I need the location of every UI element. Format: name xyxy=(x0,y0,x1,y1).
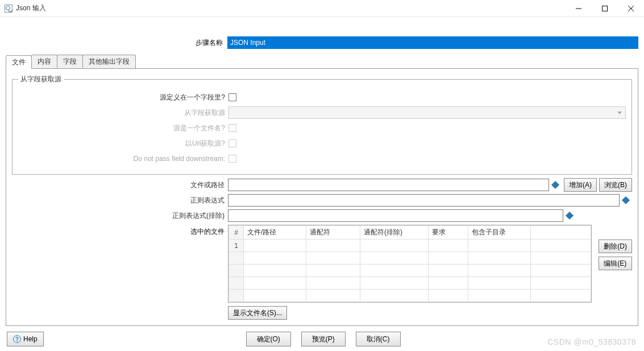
step-name-row: 步骤名称 xyxy=(6,36,638,49)
step-name-label: 步骤名称 xyxy=(6,38,227,48)
col-wildcard-exclude: 通配符(排除) xyxy=(360,226,429,239)
checkbox-source-in-field[interactable] xyxy=(228,93,236,101)
label-get-from-field: 从字段获取源 xyxy=(18,108,228,118)
show-filenames-button[interactable]: 显示文件名(S)... xyxy=(228,306,287,320)
table-row[interactable] xyxy=(229,290,591,302)
tab-bar: 文件 内容 字段 其他输出字段 xyxy=(6,55,638,69)
checkbox-source-is-filename xyxy=(228,124,236,132)
col-required: 要求 xyxy=(429,226,468,239)
col-path: 文件/路径 xyxy=(244,226,306,239)
edit-button[interactable]: 编辑(E) xyxy=(599,257,632,270)
row-do-not-pass: Do not pass field downstream: xyxy=(18,152,626,166)
maximize-button[interactable] xyxy=(592,0,618,17)
input-file-or-path[interactable] xyxy=(228,179,549,191)
footer: ? Help 确定(O) 预览(P) 取消(C) xyxy=(0,332,644,346)
window-title: Json 输入 xyxy=(16,3,46,13)
row-get-from-url: 以Url获取源? xyxy=(18,137,626,150)
tab-panel-file: 从字段获取源 源定义在一个字段里? 从字段获取源 源是一个文件名? 以Url获取… xyxy=(6,69,638,326)
checkbox-get-from-url xyxy=(228,139,236,147)
row-file-or-path: 文件或路径 增加(A) 浏览(B) xyxy=(12,178,632,192)
label-selected-files: 选中的文件 xyxy=(12,225,228,237)
browse-button[interactable]: 浏览(B) xyxy=(599,178,632,192)
row-regex-exclude: 正则表达式(排除) xyxy=(12,209,632,222)
window-controls xyxy=(566,0,644,17)
source-from-field-group: 从字段获取源 源定义在一个字段里? 从字段获取源 源是一个文件名? 以Url获取… xyxy=(12,75,632,175)
selected-files-area: 选中的文件 # 文件/路径 通配符 通配符(排除) 要求 包含子目录 xyxy=(12,225,632,303)
row-source-in-field: 源定义在一个字段里? xyxy=(18,90,626,104)
variable-icon[interactable] xyxy=(551,181,559,189)
variable-icon[interactable] xyxy=(566,212,574,220)
help-icon: ? xyxy=(13,335,21,343)
app-icon xyxy=(5,5,13,13)
tab-other-output[interactable]: 其他输出字段 xyxy=(82,55,136,68)
row-get-from-field: 从字段获取源 xyxy=(18,106,626,119)
ok-button[interactable]: 确定(O) xyxy=(246,332,291,346)
titlebar: Json 输入 xyxy=(0,0,644,17)
step-name-input[interactable] xyxy=(227,36,638,49)
help-button[interactable]: ? Help xyxy=(7,332,44,346)
cancel-button[interactable]: 取消(C) xyxy=(356,332,401,346)
combo-get-from-field[interactable] xyxy=(228,106,626,119)
variable-icon[interactable] xyxy=(622,196,630,204)
add-button[interactable]: 增加(A) xyxy=(564,178,597,192)
svg-rect-1 xyxy=(603,6,608,11)
label-source-is-filename: 源是一个文件名? xyxy=(18,123,228,133)
tab-file[interactable]: 文件 xyxy=(6,55,32,69)
input-regex-exclude[interactable] xyxy=(228,209,563,222)
col-spacer xyxy=(531,226,591,239)
table-row[interactable] xyxy=(229,277,591,290)
group-legend: 从字段获取源 xyxy=(18,75,64,84)
checkbox-do-not-pass xyxy=(228,155,236,163)
grid-side-buttons: 删除(D) 编辑(E) xyxy=(596,225,632,270)
preview-button[interactable]: 预览(P) xyxy=(301,332,346,346)
selected-files-grid[interactable]: # 文件/路径 通配符 通配符(排除) 要求 包含子目录 1 xyxy=(228,225,592,303)
label-regex-exclude: 正则表达式(排除) xyxy=(12,211,228,221)
label-regex: 正则表达式 xyxy=(12,196,228,205)
label-get-from-url: 以Url获取源? xyxy=(18,139,228,148)
delete-button[interactable]: 删除(D) xyxy=(599,239,632,253)
tab-fields[interactable]: 字段 xyxy=(57,55,83,68)
col-wildcard: 通配符 xyxy=(306,226,360,239)
table-row[interactable]: 1 xyxy=(229,239,591,252)
label-source-in-field: 源定义在一个字段里? xyxy=(18,93,228,102)
table-row[interactable] xyxy=(229,252,591,265)
table-row[interactable] xyxy=(229,265,591,277)
input-regex[interactable] xyxy=(228,194,620,207)
tab-content[interactable]: 内容 xyxy=(31,55,57,68)
row-regex: 正则表达式 xyxy=(12,193,632,207)
close-button[interactable] xyxy=(618,0,644,17)
row-source-is-filename: 源是一个文件名? xyxy=(18,121,626,135)
minimize-button[interactable] xyxy=(566,0,592,17)
label-file-or-path: 文件或路径 xyxy=(12,180,228,190)
label-do-not-pass: Do not pass field downstream: xyxy=(18,155,228,163)
row-show-filenames: 显示文件名(S)... xyxy=(12,306,632,320)
col-num: # xyxy=(229,226,244,239)
col-include-subdir: 包含子目录 xyxy=(468,226,531,239)
